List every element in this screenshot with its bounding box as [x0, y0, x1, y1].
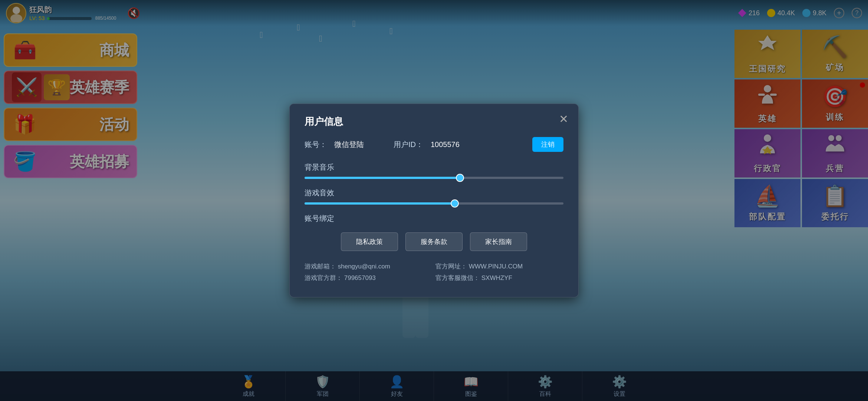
website-value: WWW.PINJU.COM: [469, 263, 523, 270]
music-label: 背景音乐: [305, 162, 563, 172]
wechat-label: 官方客服微信：: [435, 274, 480, 281]
email-value: shengyu@qni.com: [338, 263, 390, 270]
sfx-slider-track[interactable]: [305, 202, 563, 205]
email-label: 游戏邮箱：: [305, 263, 336, 270]
sfx-label: 游戏音效: [305, 188, 563, 198]
wechat-value: SXWHZYF: [481, 274, 512, 281]
sfx-slider-container: 游戏音效: [305, 188, 563, 205]
logout-button[interactable]: 注销: [532, 137, 563, 152]
qq-contact: 游戏官方群： 799657093: [305, 274, 433, 282]
music-slider-fill: [305, 177, 460, 179]
music-slider-track[interactable]: [305, 177, 563, 179]
music-slider-container: 背景音乐: [305, 162, 563, 179]
wechat-contact: 官方客服微信： SXWHZYF: [435, 274, 563, 282]
user-dialog: 用户信息 ✕ 账号： 微信登陆 用户ID： 1005576 注销 背景音乐 游戏…: [289, 104, 579, 297]
binding-label: 账号绑定: [305, 213, 563, 224]
qq-value: 799657093: [344, 274, 376, 281]
terms-button[interactable]: 服务条款: [405, 232, 463, 251]
user-id-label: 用户ID：: [394, 140, 423, 150]
email-contact: 游戏邮箱： shengyu@qni.com: [305, 262, 433, 271]
privacy-policy-button[interactable]: 隐私政策: [341, 232, 398, 251]
parent-guide-button[interactable]: 家长指南: [470, 232, 527, 251]
account-row: 账号： 微信登陆 用户ID： 1005576 注销: [305, 137, 563, 152]
website-label: 官方网址：: [435, 263, 467, 270]
user-id-value: 1005576: [431, 140, 460, 149]
account-label: 账号：: [305, 140, 327, 150]
contact-info: 游戏邮箱： shengyu@qni.com 官方网址： WWW.PINJU.CO…: [305, 262, 563, 282]
account-value: 微信登陆: [334, 140, 364, 150]
website-contact: 官方网址： WWW.PINJU.COM: [435, 262, 563, 271]
modal-overlay[interactable]: 用户信息 ✕ 账号： 微信登陆 用户ID： 1005576 注销 背景音乐 游戏…: [0, 0, 868, 401]
music-slider-thumb[interactable]: [456, 174, 464, 182]
sfx-slider-fill: [305, 202, 455, 205]
dialog-close-button[interactable]: ✕: [556, 111, 571, 126]
sfx-slider-thumb[interactable]: [451, 199, 459, 208]
dialog-title: 用户信息: [305, 115, 563, 128]
qq-label: 游戏官方群：: [305, 274, 342, 281]
policy-buttons: 隐私政策 服务条款 家长指南: [305, 232, 563, 251]
